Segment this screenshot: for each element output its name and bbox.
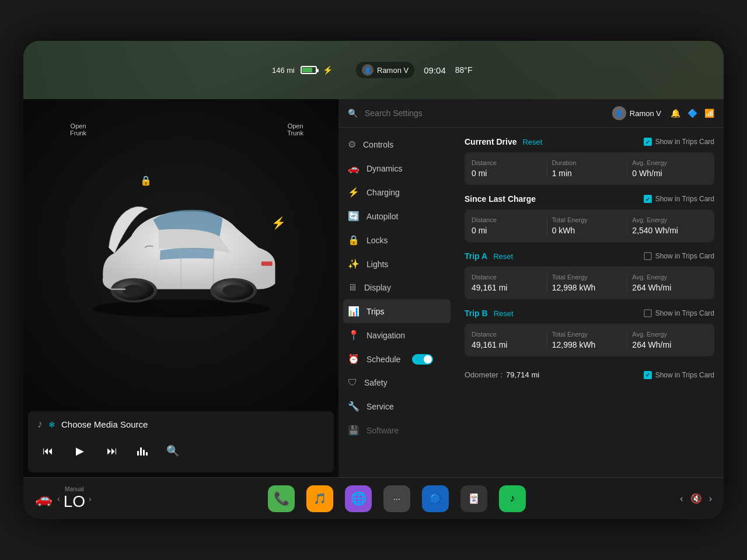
trip-b-reset[interactable]: Reset <box>494 309 514 318</box>
open-frunk-label[interactable]: Open Frunk <box>70 123 86 136</box>
svg-rect-9 <box>261 261 273 266</box>
current-drive-section: Current Drive Reset ✓ Show in Trips Card… <box>465 137 714 185</box>
signal-icon: 📶 <box>704 108 714 118</box>
bluetooth-icon: ❄ <box>48 420 55 429</box>
trip-a-reset[interactable]: Reset <box>493 252 513 261</box>
trip-b-show-trips: Show in Trips Card <box>644 309 714 317</box>
display-icon: 🖥 <box>348 282 357 293</box>
current-drive-card: Distance 0 mi Duration 1 min Avg. Energy… <box>465 152 714 185</box>
since-last-charge-card: Distance 0 mi Total Energy 0 kWh Avg. En… <box>465 209 714 242</box>
nav-item-dynamics[interactable]: 🚗 Dynamics <box>338 156 455 180</box>
nav-item-locks[interactable]: 🔒 Locks <box>338 228 455 252</box>
nav-label-autopilot: Autopilot <box>366 212 398 221</box>
tesla-screen: 146 mi ⚡ 👤 Ramon V 09:04 88°F <box>23 41 724 519</box>
ac-left-chevron[interactable]: ‹ <box>57 494 60 503</box>
settings-panel: 🔍 👤 Ramon V 🔔 🔷 📶 <box>338 99 724 477</box>
since-last-charge-section: Since Last Charge ✓ Show in Trips Card D… <box>465 194 714 242</box>
car-taskbar-icon[interactable]: 🚗 <box>35 491 53 507</box>
trip-a-checkbox[interactable] <box>644 252 652 260</box>
nav-item-software[interactable]: 💾 Software <box>338 418 455 442</box>
user-pill-settings[interactable]: 👤 Ramon V <box>612 106 661 120</box>
bluetooth-header-icon[interactable]: 🔷 <box>687 108 697 118</box>
avatar-top: 👤 <box>362 64 374 76</box>
play-button[interactable]: ▶ <box>68 439 92 463</box>
bell-icon[interactable]: 🔔 <box>671 108 680 118</box>
lights-icon: ✨ <box>348 258 359 270</box>
nav-label-safety: Safety <box>364 378 388 387</box>
current-drive-reset[interactable]: Reset <box>522 138 542 146</box>
ac-mode-label: Manual <box>64 486 85 492</box>
left-chevron-tb[interactable]: ‹ <box>680 494 683 504</box>
current-drive-duration: Duration 1 min <box>547 159 628 178</box>
settings-body: ⚙ Controls 🚗 Dynamics ⚡ Charging 🔄 Autop… <box>338 128 724 477</box>
nav-item-navigation[interactable]: 📍 Navigation <box>338 323 455 347</box>
settings-nav: ⚙ Controls 🚗 Dynamics ⚡ Charging 🔄 Autop… <box>338 128 455 477</box>
odometer-row: Odometer : 79,714 mi ✓ Show in Trips Car… <box>465 366 714 384</box>
main-area: Open Frunk Open Trunk 🔒 ⚡ <box>23 99 724 477</box>
trips-icon: 📊 <box>348 306 359 317</box>
nav-label-lights: Lights <box>366 260 388 269</box>
temp-display: 88°F <box>455 65 473 75</box>
battery-icon <box>301 66 317 74</box>
time-display: 09:04 <box>424 65 446 75</box>
current-drive-distance: Distance 0 mi <box>472 159 547 178</box>
left-panel: Open Frunk Open Trunk 🔒 ⚡ <box>23 99 338 477</box>
nav-label-controls: Controls <box>363 140 393 149</box>
trip-b-total-energy: Total Energy 12,998 kWh <box>547 331 628 349</box>
nav-label-navigation: Navigation <box>366 331 405 340</box>
ac-setting-value: LO <box>64 492 85 511</box>
media-source-text: Choose Media Source <box>61 419 148 429</box>
phone-app[interactable]: 📞 <box>268 485 295 512</box>
user-name-top: Ramon V <box>377 66 409 75</box>
nav-item-controls[interactable]: ⚙ Controls <box>338 132 455 156</box>
schedule-toggle[interactable] <box>412 354 433 365</box>
trip-b-checkbox[interactable] <box>644 309 652 317</box>
previous-button[interactable]: ⏮ <box>37 440 58 461</box>
trip-a-distance: Distance 49,161 mi <box>472 274 547 292</box>
since-last-charge-title: Since Last Charge <box>465 194 536 204</box>
search-input[interactable] <box>365 108 605 118</box>
nav-item-schedule[interactable]: ⏰ Schedule <box>338 347 455 371</box>
ac-control: ‹ Manual LO › <box>57 486 92 511</box>
card-app[interactable]: 🃏 <box>460 485 487 512</box>
settings-user-area: 👤 Ramon V 🔔 🔷 📶 <box>612 106 714 120</box>
odometer-checkbox[interactable]: ✓ <box>644 371 652 379</box>
nav-item-service[interactable]: 🔧 Service <box>338 394 455 418</box>
right-chevron-tb[interactable]: › <box>709 494 712 504</box>
user-pill-top[interactable]: 👤 Ramon V <box>356 62 414 78</box>
trip-b-section: Trip B Reset Show in Trips Card Distance <box>465 309 714 356</box>
current-drive-checkbox[interactable]: ✓ <box>644 138 652 146</box>
nav-item-autopilot[interactable]: 🔄 Autopilot <box>338 204 455 228</box>
slc-avg-energy: Avg. Energy 2,540 Wh/mi <box>627 216 707 235</box>
nav-item-charging[interactable]: ⚡ Charging <box>338 180 455 204</box>
service-icon: 🔧 <box>348 401 359 412</box>
media-app[interactable]: 🎵 <box>306 485 333 512</box>
charging-nav-icon: ⚡ <box>348 187 359 198</box>
more-apps[interactable]: ··· <box>383 485 410 512</box>
navigation-icon: 📍 <box>348 330 359 341</box>
since-last-charge-checkbox[interactable]: ✓ <box>644 195 652 203</box>
open-trunk-label[interactable]: Open Trunk <box>287 123 303 136</box>
trip-b-avg-energy: Avg. Energy 264 Wh/mi <box>627 331 707 349</box>
spotify-app[interactable]: ♪ <box>499 485 526 512</box>
odometer-label: Odometer : <box>465 370 502 379</box>
volume-mute-icon[interactable]: 🔇 <box>690 493 702 504</box>
music-note-icon: ♪ <box>37 418 43 430</box>
bluetooth-app[interactable]: 🔵 <box>422 485 449 512</box>
svg-point-8 <box>222 285 245 296</box>
avatar-settings: 👤 <box>612 106 626 120</box>
nav-item-safety[interactable]: 🛡 Safety <box>338 371 455 394</box>
ac-right-chevron[interactable]: › <box>89 494 92 503</box>
current-drive-show-trips: ✓ Show in Trips Card <box>644 138 714 146</box>
nav-item-display[interactable]: 🖥 Display <box>338 276 455 299</box>
equalizer-button[interactable] <box>132 440 153 461</box>
web-app[interactable]: 🌐 <box>345 485 372 512</box>
nav-item-lights[interactable]: ✨ Lights <box>338 252 455 276</box>
slc-distance: Distance 0 mi <box>472 216 547 235</box>
next-button[interactable]: ⏭ <box>102 440 123 461</box>
trip-a-card: Distance 49,161 mi Total Energy 12,998 k… <box>465 267 714 299</box>
trip-a-title: Trip A <box>465 251 487 261</box>
search-media-button[interactable]: 🔍 <box>162 440 183 461</box>
nav-item-trips[interactable]: 📊 Trips <box>343 299 451 323</box>
nav-label-service: Service <box>366 402 394 411</box>
